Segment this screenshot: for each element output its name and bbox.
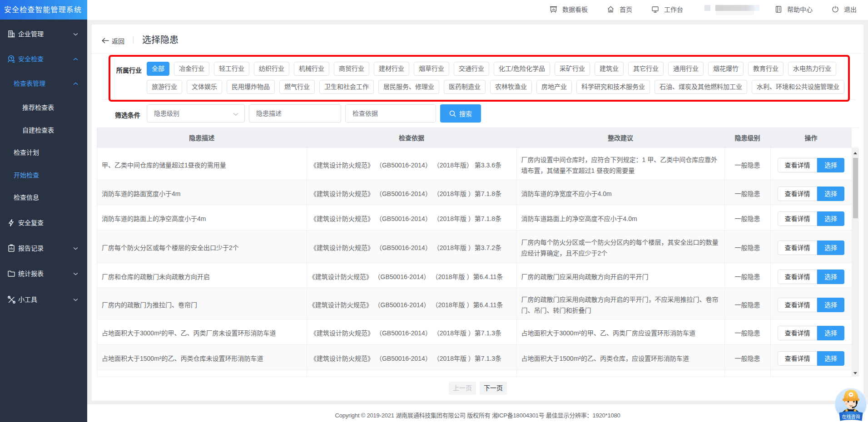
svg-text:在线咨询: 在线咨询 [842,414,860,419]
